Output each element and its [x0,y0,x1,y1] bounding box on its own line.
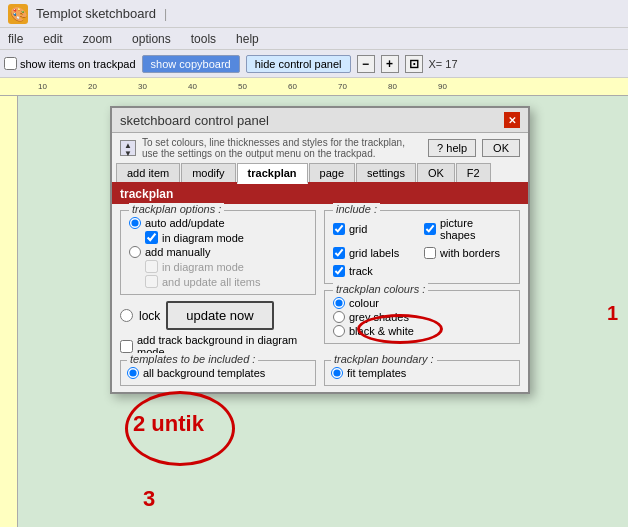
control-panel-dialog: sketchboard control panel ✕ ▲ ▼ To set c… [110,106,530,394]
ok-button[interactable]: OK [482,139,520,157]
annotation-2-circle [125,391,235,466]
black-white-row: black & white [333,325,511,337]
info-icon: ▲ ▼ [120,140,136,156]
picture-shapes-checkbox[interactable] [424,223,436,235]
update-all-label: and update all items [162,276,260,288]
black-white-label: black & white [349,325,414,337]
menu-help[interactable]: help [232,30,263,48]
in-diagram-mode2-label: in diagram mode [162,261,244,273]
tab-f2[interactable]: F2 [456,163,491,182]
toolbar: show items on trackpad show copyboard hi… [0,50,628,78]
auto-add-row: auto add/update [129,217,307,229]
tab-modify[interactable]: modify [181,163,235,182]
menu-bar: file edit zoom options tools help [0,28,628,50]
menu-zoom[interactable]: zoom [79,30,116,48]
show-items-checkbox[interactable] [4,57,17,70]
zoom-plus-button[interactable]: + [381,55,399,73]
templates-label: templates to be included : [127,353,258,365]
tab-settings[interactable]: settings [356,163,416,182]
ruler-mark-90: 90 [438,82,447,91]
show-items-label[interactable]: show items on trackpad [4,57,136,70]
grid-checkbox[interactable] [333,223,345,235]
picture-shapes-check-row: picture shapes [424,217,511,241]
colour-row: colour [333,297,511,309]
grid-labels-checkbox[interactable] [333,247,345,259]
auto-add-label: auto add/update [145,217,225,229]
annotation-2-text: 2 untik [133,411,204,437]
update-all-checkbox[interactable] [145,275,158,288]
tab-trackplan[interactable]: trackplan [237,163,308,184]
app-icon: 🎨 [8,4,28,24]
with-borders-checkbox[interactable] [424,247,436,259]
all-bg-templates-radio[interactable] [127,367,139,379]
tab-ok[interactable]: OK [417,163,455,182]
coord-display: X= 17 [429,58,458,70]
black-white-radio[interactable] [333,325,345,337]
add-track-bg-checkbox[interactable] [120,340,133,353]
ruler-mark-60: 60 [288,82,297,91]
app-title: Templot sketchboard [36,6,156,21]
lock-row: lock update now [120,301,316,330]
menu-file[interactable]: file [4,30,27,48]
grid-check-row: grid [333,217,420,241]
vertical-ruler [0,96,18,527]
grey-shades-label: grey shades [349,311,409,323]
in-diagram-mode2-checkbox[interactable] [145,260,158,273]
lock-radio[interactable] [120,309,133,322]
horizontal-ruler: 10 20 30 40 50 60 70 80 90 [0,78,628,96]
panel-body: trackplan options : auto add/update in d… [112,204,528,392]
zoom-minus-button[interactable]: − [357,55,375,73]
update-now-button[interactable]: update now [166,301,273,330]
update-all-row: and update all items [145,275,307,288]
grid-label: grid [349,223,367,235]
fit-templates-row: fit templates [331,367,513,379]
in-diagram-label: in diagram mode [162,232,244,244]
dialog-title: sketchboard control panel [120,113,269,128]
all-bg-templates-row: all background templates [127,367,309,379]
menu-options[interactable]: options [128,30,175,48]
grey-shades-row: grey shades [333,311,511,323]
boundary-section: trackplan boundary : fit templates [324,360,520,386]
tab-bar: add item modify trackplan page settings … [112,163,528,184]
picture-shapes-label: picture shapes [440,217,511,241]
dialog-titlebar: sketchboard control panel ✕ [112,108,528,133]
help-button[interactable]: ? help [428,139,476,157]
fit-templates-radio[interactable] [331,367,343,379]
hide-panel-button[interactable]: hide control panel [246,55,351,73]
ruler-mark-20: 20 [88,82,97,91]
show-copyboard-button[interactable]: show copyboard [142,55,240,73]
bottom-sections: templates to be included : all backgroun… [120,360,520,386]
dialog-close-button[interactable]: ✕ [504,112,520,128]
colour-radio[interactable] [333,297,345,309]
grey-shades-radio[interactable] [333,311,345,323]
options-section-label: trackplan options : [129,203,224,215]
annotation-3-text: 3 [143,486,155,512]
track-checkbox[interactable] [333,265,345,277]
colour-label: colour [349,297,379,309]
tab-page[interactable]: page [309,163,355,182]
annotation-1: 1 [607,302,618,325]
in-diagram-checkbox[interactable] [145,231,158,244]
tab-add-item[interactable]: add item [116,163,180,182]
track-check-row: track [333,265,420,277]
in-diagram-mode2-row: in diagram mode [145,260,307,273]
zoom-fit-button[interactable]: ⊡ [405,55,423,73]
menu-tools[interactable]: tools [187,30,220,48]
include-section: include : grid picture shapes [324,210,520,284]
include-label: include : [333,203,380,215]
workspace: sketchboard control panel ✕ ▲ ▼ To set c… [0,96,628,527]
ruler-mark-40: 40 [188,82,197,91]
with-borders-label: with borders [440,247,500,259]
add-manually-radio[interactable] [129,246,141,258]
add-manually-row: add manually [129,246,307,258]
ruler-mark-10: 10 [38,82,47,91]
title-bar: 🎨 Templot sketchboard | [0,0,628,28]
add-manually-label: add manually [145,246,210,258]
menu-edit[interactable]: edit [39,30,66,48]
fit-templates-label: fit templates [347,367,406,379]
info-text: To set colours, line thicknesses and sty… [142,137,422,159]
ruler-mark-70: 70 [338,82,347,91]
auto-add-radio[interactable] [129,217,141,229]
boundary-label: trackplan boundary : [331,353,437,365]
all-bg-templates-label: all background templates [143,367,265,379]
